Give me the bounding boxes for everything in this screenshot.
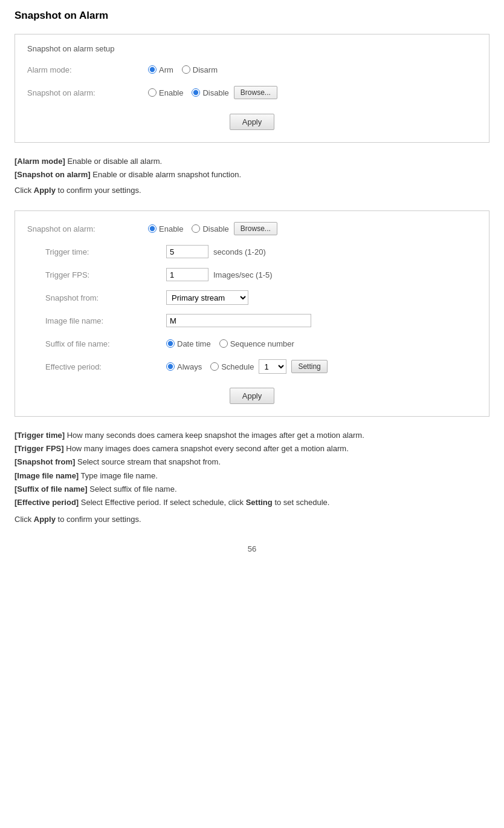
snapshot-alarm2-radio-group: Enable Disable: [148, 224, 229, 233]
alarm-mode-controls: Arm Disarm: [148, 65, 218, 74]
snapshot2-disable-option[interactable]: Disable: [192, 224, 228, 233]
trigger-time-controls: seconds (1-20): [166, 245, 266, 258]
trigger-time-label: Trigger time:: [45, 247, 166, 256]
desc1-snapshot-text: Enable or disable alarm snapshot functio…: [91, 170, 241, 179]
suffix-datetime-option[interactable]: Date time: [166, 339, 211, 348]
section1-title: Snapshot on alarm setup: [27, 44, 477, 53]
snapshot-from-controls: Primary stream Secondary stream: [166, 290, 248, 305]
effective-period-row: Effective period: Always Schedule 1 2 3 …: [27, 359, 477, 374]
apply-row-1: Apply: [27, 109, 477, 130]
effective-period-controls: Always Schedule 1 2 3 4 Setting: [166, 359, 328, 374]
image-file-name-label: Image file name:: [45, 316, 166, 325]
suffix-datetime-radio[interactable]: [166, 339, 175, 348]
desc2-line6: [Effective period] Select Effective peri…: [15, 496, 489, 509]
effective-radio-group: Always Schedule: [166, 362, 254, 371]
desc1-click-line: Click Apply to confirm your settings.: [15, 184, 489, 197]
snapshot-alarm-row: Snapshot on alarm: Enable Disable Browse…: [27, 85, 477, 100]
effective-period-label: Effective period:: [45, 362, 166, 371]
alarm-mode-row: Alarm mode: Arm Disarm: [27, 62, 477, 77]
trigger-fps-controls: Images/sec (1-5): [166, 268, 273, 281]
snapshot-alarm-label: Snapshot on alarm:: [27, 88, 148, 97]
snapshot-alarm-radio-group: Enable Disable: [148, 88, 229, 97]
snapshot2-enable-radio[interactable]: [148, 224, 157, 233]
snapshot-disable-radio[interactable]: [192, 88, 200, 97]
desc2-trigger-fps-text: How many images does camera snapshot eve…: [64, 444, 349, 453]
alarm-mode-arm-radio[interactable]: [148, 65, 157, 74]
suffix-sequence-radio[interactable]: [219, 339, 228, 348]
snapshot-from-label: Snapshot from:: [45, 293, 166, 302]
suffix-row: Suffix of file name: Date time Sequence …: [27, 336, 477, 351]
effective-always-radio[interactable]: [166, 362, 175, 371]
desc2-trigger-time-text: How many seconds does camera keep snapsh…: [65, 431, 364, 440]
apply-button-1[interactable]: Apply: [230, 114, 275, 130]
desc2-trigger-fps-bold: [Trigger FPS]: [15, 444, 64, 453]
apply-button-2[interactable]: Apply: [230, 388, 275, 404]
alarm-mode-label: Alarm mode:: [27, 65, 148, 74]
desc2-effective-text: Select Effective period. If select sched…: [79, 498, 246, 507]
suffix-label: Suffix of file name:: [45, 339, 166, 348]
desc2-line5: [Suffix of file name] Select suffix of f…: [15, 483, 489, 496]
trigger-time-input[interactable]: [166, 245, 208, 258]
desc2-image-file-text: Type image file name.: [79, 471, 158, 480]
snapshot-enable-option[interactable]: Enable: [148, 88, 183, 97]
desc2-click-suffix: to confirm your settings.: [56, 515, 141, 524]
alarm-mode-arm-option[interactable]: Arm: [148, 65, 173, 74]
snapshot-alarm-controls: Enable Disable Browse...: [148, 86, 277, 99]
snapshot-alarm2-controls: Enable Disable Browse...: [148, 222, 277, 235]
snapshot-disable-option[interactable]: Disable: [192, 88, 228, 97]
effective-schedule-radio[interactable]: [210, 362, 219, 371]
desc1-alarm-mode-bold: [Alarm mode]: [15, 157, 65, 166]
desc2-image-file-bold: [Image file name]: [15, 471, 79, 480]
desc2-click-prefix: Click: [15, 515, 34, 524]
image-file-name-input[interactable]: [166, 314, 311, 327]
snapshot-from-row: Snapshot from: Primary stream Secondary …: [27, 290, 477, 305]
suffix-sequence-option[interactable]: Sequence number: [219, 339, 294, 348]
description-block-1: [Alarm mode] Enable or disable all alarm…: [15, 155, 489, 197]
snapshot-enable-radio[interactable]: [148, 88, 157, 97]
snapshot-alarm-row2: Snapshot on alarm: Enable Disable Browse…: [27, 221, 477, 236]
suffix-datetime-label: Date time: [177, 339, 211, 348]
snapshot2-disable-radio[interactable]: [192, 224, 200, 233]
desc1-line1: [Alarm mode] Enable or disable all alarm…: [15, 155, 489, 168]
snapshot-from-select[interactable]: Primary stream Secondary stream: [166, 290, 248, 305]
desc2-effective-bold: [Effective period]: [15, 498, 79, 507]
browse-button-1[interactable]: Browse...: [234, 86, 277, 99]
effective-always-option[interactable]: Always: [166, 362, 202, 371]
image-file-name-controls: [166, 314, 311, 327]
desc2-line2: [Trigger FPS] How many images does camer…: [15, 442, 489, 455]
desc1-click-suffix: to confirm your settings.: [56, 186, 141, 195]
page-number: 56: [15, 544, 489, 553]
desc1-line2: [Snapshot on alarm] Enable or disable al…: [15, 168, 489, 181]
snapshot2-disable-label: Disable: [202, 224, 228, 233]
image-file-name-row: Image file name:: [27, 313, 477, 328]
desc2-apply-bold: Apply: [34, 515, 56, 524]
page-title: Snapshot on Alarm: [15, 10, 489, 22]
desc1-apply-bold: Apply: [34, 186, 56, 195]
snapshot-disable-label: Disable: [202, 88, 228, 97]
apply-row-2: Apply: [27, 383, 477, 404]
desc2-click-line: Click Apply to confirm your settings.: [15, 513, 489, 526]
trigger-fps-row: Trigger FPS: Images/sec (1-5): [27, 267, 477, 282]
suffix-radio-group: Date time Sequence number: [166, 339, 294, 348]
browse-button-2[interactable]: Browse...: [234, 222, 277, 235]
desc2-suffix-text: Select suffix of file name.: [88, 484, 177, 494]
snapshot-enable-label: Enable: [159, 88, 183, 97]
desc2-snapshot-from-bold: [Snapshot from]: [15, 457, 75, 466]
snapshot2-enable-label: Enable: [159, 224, 183, 233]
alarm-mode-disarm-option[interactable]: Disarm: [182, 65, 218, 74]
schedule-select[interactable]: 1 2 3 4: [259, 359, 286, 374]
desc2-suffix-bold: [Suffix of file name]: [15, 484, 88, 494]
desc2-setting-bold: Setting: [246, 498, 273, 507]
alarm-mode-arm-label: Arm: [159, 65, 173, 74]
desc2-line4: [Image file name] Type image file name.: [15, 469, 489, 483]
section2-box: Snapshot on alarm: Enable Disable Browse…: [15, 210, 489, 417]
suffix-controls: Date time Sequence number: [166, 339, 294, 348]
snapshot2-enable-option[interactable]: Enable: [148, 224, 183, 233]
alarm-mode-disarm-radio[interactable]: [182, 65, 190, 74]
trigger-time-unit: seconds (1-20): [213, 247, 266, 256]
description-block-2: [Trigger time] How many seconds does cam…: [15, 429, 489, 526]
effective-schedule-option[interactable]: Schedule: [210, 362, 254, 371]
trigger-fps-input[interactable]: [166, 268, 208, 281]
setting-button[interactable]: Setting: [291, 360, 327, 373]
snapshot-alarm-label2: Snapshot on alarm:: [27, 224, 148, 233]
